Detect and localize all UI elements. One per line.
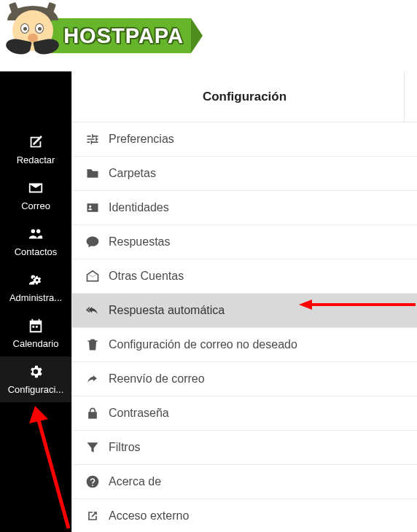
settings-item-identities[interactable]: Identidades [72, 191, 417, 225]
settings-item-filters[interactable]: Filtros [72, 431, 417, 465]
settings-item-spam[interactable]: Configuración de correo no deseado [72, 328, 417, 362]
sidebar-item-label: Correo [21, 200, 50, 211]
settings-item-label: Respuesta automática [109, 304, 225, 317]
gear-icon [26, 364, 46, 380]
contacts-icon [26, 226, 46, 242]
speech-icon [82, 235, 103, 249]
sidebar-item-admin[interactable]: Administra... [0, 265, 71, 310]
id-card-icon [82, 200, 103, 215]
settings-list: Preferencias Carpetas Identidades Respue… [72, 122, 417, 532]
sidebar-item-settings[interactable]: Configuraci... [0, 356, 71, 402]
filter-icon [82, 440, 103, 455]
sliders-icon [82, 132, 103, 146]
mail-icon [26, 180, 46, 196]
settings-item-external-access[interactable]: Acceso externo [72, 499, 417, 532]
settings-item-about[interactable]: Acerca de [72, 465, 417, 499]
settings-item-preferences[interactable]: Preferencias [72, 122, 417, 157]
settings-item-password[interactable]: Contraseña [72, 396, 417, 431]
settings-item-autoresponder[interactable]: Respuesta automática [72, 294, 417, 328]
compose-icon [26, 134, 46, 150]
sidebar-item-label: Configuraci... [8, 384, 64, 395]
settings-item-label: Contraseña [109, 407, 169, 420]
envelope-open-icon [82, 269, 103, 283]
sidebar-item-calendar[interactable]: Calendario [0, 310, 71, 356]
logo-banner: HOSTPAPA [52, 18, 191, 53]
settings-item-label: Respuestas [109, 235, 171, 249]
folder-icon [82, 166, 103, 181]
help-icon [82, 474, 103, 489]
hostpapa-logo: HOSTPAPA [7, 0, 197, 71]
panel-divider [404, 71, 417, 122]
reply-all-icon [82, 303, 103, 318]
settings-item-folders[interactable]: Carpetas [72, 157, 417, 191]
app-frame: Redactar Correo Contactos Administra... [0, 71, 417, 532]
calendar-icon [26, 318, 46, 334]
settings-item-forward[interactable]: Reenvío de correo [72, 362, 417, 396]
sidebar-item-label: Administra... [9, 292, 62, 303]
trash-icon [82, 337, 103, 352]
admin-icon [26, 272, 46, 288]
panel-title: Configuración [72, 71, 417, 122]
logo-text: HOSTPAPA [63, 24, 184, 48]
mascot-icon [7, 7, 58, 64]
settings-item-other-accounts[interactable]: Otras Cuentas [72, 259, 417, 294]
sidebar-item-label: Contactos [15, 246, 58, 257]
settings-item-label: Carpetas [109, 167, 156, 180]
settings-item-label: Acerca de [109, 475, 161, 488]
settings-item-label: Filtros [109, 441, 141, 454]
settings-panel: Configuración Preferencias Carpetas Iden [71, 71, 417, 532]
settings-item-label: Otras Cuentas [109, 270, 184, 283]
settings-item-label: Configuración de correo no deseado [109, 338, 297, 351]
settings-item-label: Acceso externo [109, 509, 189, 523]
settings-item-label: Identidades [109, 201, 169, 214]
settings-item-label: Preferencias [109, 133, 174, 146]
forward-icon [82, 372, 103, 386]
settings-item-label: Reenvío de correo [109, 372, 205, 386]
sidebar-item-mail[interactable]: Correo [0, 173, 71, 219]
sidebar-item-label: Calendario [13, 338, 59, 349]
sidebar-nav: Redactar Correo Contactos Administra... [0, 71, 71, 532]
lock-icon [82, 406, 103, 420]
external-link-icon [82, 509, 103, 523]
sidebar-item-compose[interactable]: Redactar [0, 127, 71, 173]
sidebar-item-contacts[interactable]: Contactos [0, 219, 71, 265]
settings-item-responses[interactable]: Respuestas [72, 225, 417, 259]
sidebar-item-label: Redactar [17, 154, 55, 165]
